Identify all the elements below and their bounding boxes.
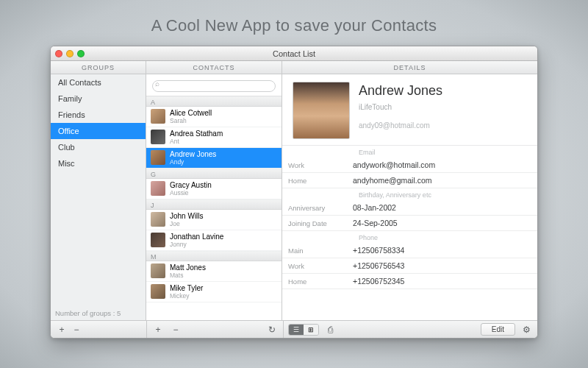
- contacts-header: CONTACTS: [146, 61, 282, 74]
- groups-list: All ContactsFamilyFriendsOfficeClubMisc: [51, 74, 146, 306]
- groups-count: Number of groups : 5: [51, 306, 146, 320]
- contact-name: Matt Jones: [170, 263, 206, 272]
- remove-contact-button[interactable]: −: [169, 325, 182, 335]
- avatar: [293, 82, 350, 139]
- alpha-separator: A: [146, 96, 282, 107]
- alpha-separator: J: [146, 199, 282, 210]
- detail-row: Work+12506756543: [282, 258, 537, 274]
- avatar-thumbnail: [151, 212, 165, 227]
- avatar-thumbnail: [151, 109, 165, 124]
- detail-label: Home: [282, 177, 353, 185]
- detail-row: Main+12506758334: [282, 243, 537, 258]
- detail-row: Home+12506752345: [282, 274, 537, 289]
- contact-nickname: Sarah: [170, 117, 212, 124]
- search-icon: ⌕: [155, 79, 159, 88]
- detail-org: iLifeTouch: [359, 103, 442, 111]
- contact-name: Mike Tyler: [170, 284, 203, 292]
- avatar-thumbnail: [151, 150, 165, 165]
- detail-section-title: Birthday, Anniversary etc: [282, 188, 537, 200]
- detail-value: andywork@hotmail.com: [353, 160, 435, 169]
- details-header: DETAILS: [282, 61, 537, 74]
- avatar-thumbnail: [151, 181, 165, 196]
- contacts-column: CONTACTS ⌕ AAlice CotwellSarahAndrea Sta…: [146, 61, 282, 320]
- detail-header: Andrew Jones iLifeTouch andy09@hotmail.c…: [282, 74, 537, 146]
- contact-nickname: Mats: [170, 272, 206, 279]
- group-item[interactable]: Club: [51, 139, 146, 155]
- detail-row: Workandywork@hotmail.com: [282, 158, 537, 173]
- detail-section-title: Email: [282, 146, 537, 158]
- contact-item[interactable]: John WillsJoe: [146, 210, 282, 230]
- contact-nickname: Mickey: [170, 292, 203, 300]
- list-view-icon[interactable]: ☰: [289, 325, 304, 335]
- contact-name: Andrea Statham: [170, 130, 223, 138]
- detail-value: +12506758334: [353, 246, 404, 255]
- detail-label: Work: [282, 262, 353, 270]
- detail-value: 24-Sep-2005: [353, 219, 398, 227]
- group-item[interactable]: Friends: [51, 107, 146, 123]
- detail-name: Andrew Jones: [359, 83, 442, 99]
- group-item[interactable]: Misc: [51, 155, 146, 171]
- detail-label: Work: [282, 161, 353, 169]
- contact-item[interactable]: Mike TylerMickey: [146, 282, 282, 302]
- contact-name: Gracy Austin: [170, 181, 212, 189]
- avatar-thumbnail: [151, 233, 165, 247]
- window-controls: [55, 50, 85, 57]
- footer-toolbar: + − + − ↻ ☰ ⊞ ⎙ Edit ⚙: [51, 320, 537, 338]
- contact-name: Andrew Jones: [170, 150, 216, 158]
- contact-nickname: Aussie: [170, 189, 212, 197]
- edit-button[interactable]: Edit: [481, 323, 515, 336]
- group-item[interactable]: Family: [51, 91, 146, 107]
- detail-primary-email: andy09@hotmail.com: [359, 121, 442, 130]
- window-title: Contact List: [51, 49, 537, 58]
- group-item[interactable]: Office: [51, 123, 146, 139]
- groups-column: GROUPS All ContactsFamilyFriendsOfficeCl…: [51, 61, 146, 320]
- detail-label: Main: [282, 247, 353, 255]
- print-icon[interactable]: ⎙: [323, 325, 337, 335]
- detail-label: Home: [282, 277, 353, 286]
- app-window: Contact List GROUPS All ContactsFamilyFr…: [50, 46, 538, 339]
- avatar-thumbnail: [151, 284, 165, 299]
- contact-name: John Wills: [170, 212, 204, 220]
- titlebar: Contact List: [51, 46, 537, 61]
- contact-nickname: Jonny: [170, 241, 223, 248]
- gear-icon[interactable]: ⚙: [520, 325, 533, 335]
- details-column: DETAILS Andrew Jones iLifeTouch andy09@h…: [282, 61, 537, 320]
- alpha-separator: M: [146, 251, 282, 261]
- group-item[interactable]: All Contacts: [51, 74, 146, 91]
- search-input[interactable]: [152, 80, 276, 92]
- contact-name: Jonathan Lavine: [170, 233, 223, 241]
- contact-name: Alice Cotwell: [170, 109, 212, 117]
- remove-group-button[interactable]: −: [70, 325, 83, 335]
- detail-value: +12506756543: [353, 261, 404, 270]
- add-contact-button[interactable]: +: [151, 325, 165, 335]
- contact-item[interactable]: Gracy AustinAussie: [146, 179, 282, 199]
- alpha-separator: G: [146, 169, 282, 179]
- detail-row: Anniversary08-Jan-2002: [282, 200, 537, 216]
- contact-nickname: Andy: [170, 158, 216, 166]
- groups-header: GROUPS: [51, 61, 146, 74]
- detail-row: Joining Date24-Sep-2005: [282, 216, 537, 231]
- close-icon[interactable]: [55, 50, 62, 57]
- avatar-thumbnail: [151, 263, 165, 278]
- refresh-icon[interactable]: ↻: [265, 325, 279, 335]
- zoom-icon[interactable]: [77, 50, 85, 57]
- detail-value: andyhome@gmail.com: [353, 176, 432, 185]
- contact-item[interactable]: Andrea StathamAnt: [146, 127, 282, 148]
- detail-section-title: Phone: [282, 231, 537, 243]
- contact-item[interactable]: Jonathan LavineJonny: [146, 230, 282, 251]
- grid-view-icon[interactable]: ⊞: [304, 325, 318, 335]
- add-group-button[interactable]: +: [55, 325, 68, 335]
- page-tagline: A Cool New App to save your Contacts: [0, 0, 588, 35]
- view-mode-toggle[interactable]: ☰ ⊞: [288, 324, 319, 336]
- minimize-icon[interactable]: [66, 50, 74, 57]
- contact-item[interactable]: Matt JonesMats: [146, 261, 282, 282]
- contact-item[interactable]: Andrew JonesAndy: [146, 148, 282, 169]
- search-bar: ⌕: [146, 74, 282, 96]
- detail-row: Homeandyhome@gmail.com: [282, 173, 537, 188]
- contact-item[interactable]: Alice CotwellSarah: [146, 107, 282, 127]
- contacts-list: AAlice CotwellSarahAndrea StathamAntAndr…: [146, 96, 282, 321]
- detail-value: +12506752345: [353, 277, 404, 286]
- detail-label: Anniversary: [282, 204, 353, 212]
- detail-label: Joining Date: [282, 219, 353, 227]
- contact-nickname: Ant: [170, 138, 223, 145]
